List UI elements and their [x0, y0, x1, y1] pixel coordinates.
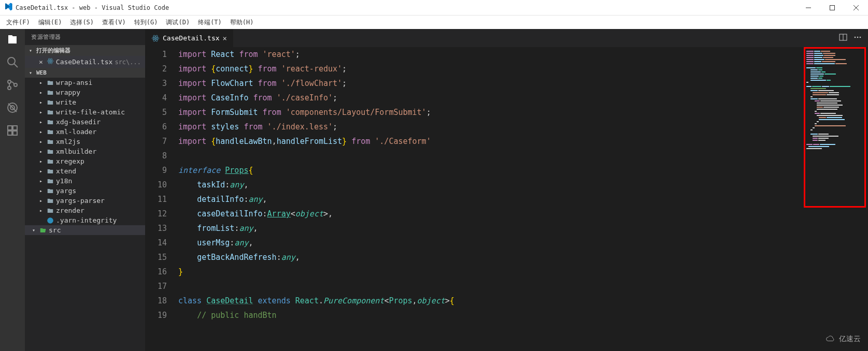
tab-casedetail[interactable]: CaseDetail.tsx ×	[145, 29, 234, 47]
file-item[interactable]: .yarn-integrity	[25, 215, 145, 225]
svg-rect-12	[8, 126, 12, 130]
editor-actions	[833, 29, 868, 47]
maximize-button[interactable]	[820, 0, 844, 16]
workspace-header[interactable]: ▾ WEB	[25, 68, 145, 78]
line-number: 9	[145, 163, 167, 178]
minimap-highlight[interactable]	[804, 47, 866, 208]
menu-help[interactable]: 帮助(H)	[226, 17, 258, 28]
menu-edit[interactable]: 编辑(E)	[34, 17, 66, 28]
line-number: 18	[145, 294, 167, 308]
chevron-down-icon: ▾	[32, 227, 37, 233]
line-number: 7	[145, 134, 167, 149]
chevron-right-icon: ▸	[39, 198, 45, 203]
watermark: 亿速云	[824, 334, 861, 344]
line-number: 6	[145, 120, 167, 134]
cloud-icon	[824, 335, 837, 343]
svg-rect-1	[830, 5, 835, 10]
window-title: CaseDetail.tsx - web - Visual Studio Cod…	[16, 4, 169, 11]
debug-icon[interactable]	[6, 101, 19, 114]
line-number: 5	[145, 105, 167, 120]
open-editors-header[interactable]: ▾ 打开的编辑器	[25, 45, 145, 56]
title-bar: CaseDetail.tsx - web - Visual Studio Cod…	[0, 0, 868, 16]
line-number: 1	[145, 47, 167, 62]
react-file-icon	[47, 57, 54, 66]
folder-item[interactable]: ▸yargs	[25, 186, 145, 196]
code-content[interactable]: import React from 'react'; import {conne…	[176, 47, 868, 351]
folder-item[interactable]: ▸xml-loader	[25, 127, 145, 137]
explorer-icon[interactable]	[6, 33, 19, 46]
svg-point-16	[50, 61, 51, 62]
minimize-button[interactable]	[796, 0, 820, 16]
split-editor-icon[interactable]	[839, 33, 847, 43]
menu-terminal[interactable]: 终端(T)	[194, 17, 226, 28]
open-editor-file[interactable]: × CaseDetail.tsx src\...	[25, 56, 145, 68]
folder-icon	[47, 99, 54, 106]
yarn-icon	[47, 217, 54, 224]
line-number: 2	[145, 62, 167, 76]
line-number: 14	[145, 236, 167, 250]
menu-go[interactable]: 转到(G)	[130, 17, 162, 28]
folder-item[interactable]: ▸write	[25, 97, 145, 107]
svg-point-7	[8, 86, 11, 90]
folder-item[interactable]: ▸xdg-basedir	[25, 117, 145, 127]
folder-src[interactable]: ▾src	[25, 225, 145, 235]
chevron-down-icon: ▾	[29, 70, 34, 76]
main-area: 资源管理器 ▾ 打开的编辑器 × CaseDetail.tsx src\... …	[0, 29, 868, 351]
svg-point-29	[860, 36, 861, 38]
folder-item[interactable]: ▸wrappy	[25, 87, 145, 97]
svg-point-28	[857, 36, 859, 38]
folder-item[interactable]: ▸y18n	[25, 176, 145, 186]
svg-point-27	[855, 36, 856, 38]
folder-icon	[47, 148, 54, 155]
vscode-icon	[4, 3, 12, 13]
menu-view[interactable]: 查看(V)	[98, 17, 130, 28]
extensions-icon[interactable]	[6, 124, 19, 137]
more-actions-icon[interactable]	[853, 33, 862, 43]
svg-line-5	[14, 64, 18, 67]
folder-item[interactable]: ▸xtend	[25, 166, 145, 176]
menu-selection[interactable]: 选择(S)	[66, 17, 98, 28]
tab-bar: CaseDetail.tsx ×	[145, 29, 868, 47]
chevron-right-icon: ▸	[39, 90, 45, 95]
line-number: 16	[145, 265, 167, 279]
folder-item[interactable]: ▸yargs-parser	[25, 196, 145, 206]
folder-item[interactable]: ▸wrap-ansi	[25, 78, 145, 87]
folder-item[interactable]: ▸xmlbuilder	[25, 147, 145, 156]
menu-bar: 文件(F) 编辑(E) 选择(S) 查看(V) 转到(G) 调试(D) 终端(T…	[0, 16, 868, 29]
close-button[interactable]	[844, 0, 868, 16]
menu-debug[interactable]: 调试(D)	[162, 17, 194, 28]
folder-icon	[47, 128, 54, 136]
folder-open-icon	[39, 227, 47, 234]
folder-item[interactable]: ▸write-file-atomic	[25, 107, 145, 117]
editor-body[interactable]: 12345678910111213141516171819 import Rea…	[145, 47, 868, 351]
close-icon[interactable]: ×	[223, 34, 227, 42]
editor-area: CaseDetail.tsx × 12345678910111213141516…	[145, 29, 868, 351]
search-icon[interactable]	[6, 56, 19, 68]
scm-icon[interactable]	[6, 79, 19, 91]
line-number: 15	[145, 250, 167, 265]
chevron-right-icon: ▸	[39, 80, 45, 85]
menu-file[interactable]: 文件(F)	[2, 17, 34, 28]
chevron-right-icon: ▸	[39, 99, 45, 105]
gutter: 12345678910111213141516171819	[145, 47, 176, 351]
chevron-right-icon: ▸	[39, 208, 45, 213]
folder-icon	[47, 207, 54, 214]
svg-point-4	[8, 57, 15, 65]
chevron-right-icon: ▸	[39, 109, 45, 115]
chevron-down-icon: ▾	[29, 48, 34, 53]
line-number: 19	[145, 308, 167, 323]
close-icon[interactable]: ×	[37, 58, 45, 66]
line-number: 11	[145, 192, 167, 207]
activity-bar	[0, 29, 25, 351]
folder-item[interactable]: ▸xml2js	[25, 137, 145, 147]
folder-icon	[47, 168, 54, 175]
chevron-right-icon: ▸	[39, 178, 45, 184]
folder-icon	[47, 119, 54, 126]
folder-icon	[47, 138, 54, 145]
line-number: 10	[145, 178, 167, 192]
folder-item[interactable]: ▸xregexp	[25, 156, 145, 166]
explorer-sidebar: 资源管理器 ▾ 打开的编辑器 × CaseDetail.tsx src\... …	[25, 29, 145, 351]
folder-item[interactable]: ▸zrender	[25, 206, 145, 215]
svg-line-11	[8, 104, 17, 112]
folder-icon	[47, 79, 54, 86]
